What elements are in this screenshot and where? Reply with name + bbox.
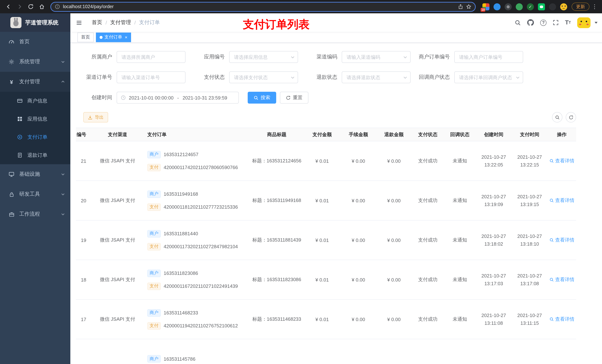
pay-status-select[interactable] [230, 72, 298, 83]
chevron-down-icon [290, 75, 295, 80]
logo-avatar [10, 17, 22, 28]
breadcrumb-item[interactable]: 首页 [92, 19, 102, 26]
avatar[interactable] [577, 17, 591, 28]
merchant-select[interactable] [117, 52, 185, 62]
sidebar-item-refund-order[interactable]: 退款订单 [0, 146, 70, 164]
sidebar-item-home[interactable]: 首页 [0, 32, 70, 52]
forward-icon[interactable] [15, 2, 24, 11]
home-icon[interactable] [37, 2, 47, 11]
extension-icon[interactable] [560, 3, 567, 10]
tab-pay-order[interactable]: 支付订单 × [96, 32, 131, 42]
app-id-select[interactable] [230, 52, 298, 62]
sidebar-item-app-info[interactable]: 应用信息 [0, 110, 70, 128]
tab-label: 支付订单 [104, 34, 122, 40]
column-header: 创建时间 [476, 128, 512, 141]
channel-code-select[interactable] [342, 52, 410, 62]
active-dot-icon [100, 36, 103, 39]
cell-status: 支付成功 [412, 141, 444, 181]
view-detail-link[interactable]: 查看详情 [549, 157, 574, 164]
cell-notify: 未通知 [444, 300, 476, 339]
github-icon[interactable] [527, 19, 534, 26]
app-logo[interactable]: 芋道管理系统 [0, 13, 70, 32]
site-info-icon[interactable] [55, 4, 60, 9]
browser-update-button[interactable]: 更新 [572, 3, 589, 11]
reload-icon[interactable] [26, 2, 35, 11]
back-icon[interactable] [4, 2, 13, 11]
fullscreen-icon[interactable] [553, 20, 559, 26]
sidebar-item-label: 支付订单 [27, 134, 47, 140]
cell-create-time: 2021-10-2713:22:05 [476, 141, 512, 181]
table-row: 17 微信 JSAPI 支付 商户1635311468233 支付4200001… [76, 300, 576, 339]
extensions-area: 10 ✓ [483, 3, 567, 10]
breadcrumb-separator: / [134, 20, 136, 26]
pay-submenu: 商户信息 应用信息 支付订单 [0, 92, 70, 164]
table-row: 20 微信 JSAPI 支付 商户1635311949168 支付4200001… [76, 181, 576, 220]
cell-status: 支付成功 [412, 181, 444, 220]
cell-id: 18 [76, 260, 91, 300]
search-button[interactable]: 搜索 [248, 92, 276, 104]
refresh-button[interactable] [566, 112, 576, 123]
font-size-icon[interactable]: TT [565, 20, 571, 26]
cell-channel: 微信 JSAPI 支付 [91, 260, 144, 300]
share-icon[interactable] [458, 4, 463, 9]
sidebar-item-pay[interactable]: ¥ 支付管理 [0, 72, 70, 92]
cell-channel: 微信 JSAPI 支付 [91, 220, 144, 260]
sidebar-item-system[interactable]: 系统管理 [0, 52, 70, 72]
view-detail-link[interactable]: 查看详情 [549, 276, 574, 283]
sidebar-item-devtools[interactable]: 研发工具 [0, 184, 70, 204]
cell-fee: ¥ 0.00 [341, 141, 376, 181]
sidebar-item-label: 首页 [19, 39, 30, 45]
toggle-search-button[interactable] [552, 112, 562, 123]
url-text[interactable]: localhost:1024/pay/order [63, 4, 455, 9]
cell-refund: ¥ 0.00 [376, 220, 412, 260]
extension-icon[interactable] [505, 3, 512, 10]
channel-order-no-input[interactable] [117, 72, 185, 83]
lock-icon [8, 191, 15, 197]
cell-id: 20 [76, 181, 91, 220]
close-icon[interactable]: × [125, 35, 127, 39]
breadcrumb-item[interactable]: 支付管理 [110, 19, 131, 26]
refund-status-select[interactable] [342, 72, 410, 83]
hamburger-icon[interactable] [76, 20, 82, 26]
cell-refund: ¥ 0.00 [376, 181, 412, 220]
sidebar-item-pay-order[interactable]: 支付订单 [0, 128, 70, 146]
yen-icon: ¥ [8, 79, 15, 84]
extension-icon[interactable] [549, 3, 556, 10]
sidebar-item-workflow[interactable]: 工作流程 [0, 204, 70, 224]
tab-home[interactable]: 首页 [77, 32, 94, 42]
sidebar-item-label: 应用信息 [27, 116, 47, 122]
tab-label: 首页 [81, 34, 90, 40]
address-bar[interactable]: localhost:1024/pay/order [50, 2, 476, 12]
extension-icon[interactable]: 10 [483, 3, 489, 10]
export-button[interactable]: 导出 [83, 112, 108, 123]
avatar-caret-icon[interactable] [595, 22, 598, 23]
cell-title: 标题：1635311823086 [250, 260, 304, 300]
table-row: 21 微信 JSAPI 支付 商户1635312124657 支付4200001… [76, 141, 576, 181]
sidebar-item-label: 商户信息 [27, 97, 47, 104]
cell-order: 商户1635311881440 支付4200001173202110272847… [144, 220, 250, 260]
view-detail-link[interactable]: 查看详情 [549, 197, 574, 204]
table-header-row: 编号 支付渠道 支付订单 商品标题 支付金额 手续金额 退款金额 支付状态 回调… [76, 128, 576, 141]
sidebar-item-infra[interactable]: 基础设施 [0, 164, 70, 184]
cell-channel: 微信 JSAPI 支付 [91, 141, 144, 181]
browser-menu-icon[interactable]: ⋮ [591, 3, 598, 10]
filter-label: 渠道订单号 [76, 74, 117, 81]
notify-status-select[interactable] [455, 72, 523, 83]
view-detail-link[interactable]: 查看详情 [549, 316, 574, 322]
pay-tag: 支付 [147, 322, 161, 329]
cell-fee: ¥ 0.00 [341, 260, 376, 300]
sidebar-item-merchant-info[interactable]: 商户信息 [0, 92, 70, 110]
create-time-range-picker[interactable]: 2021-10-01 00:00:00 - 2021-10-31 23:59:5… [117, 92, 239, 104]
view-detail-link[interactable]: 查看详情 [549, 237, 574, 243]
merchant-order-no-input[interactable] [455, 52, 523, 62]
help-icon[interactable]: ? [540, 20, 547, 26]
cell-status: 支付成功 [412, 300, 444, 339]
extension-icon[interactable] [538, 3, 545, 10]
gear-icon [8, 59, 15, 65]
reset-button[interactable]: 重置 [280, 92, 308, 104]
bookmark-star-icon[interactable] [466, 4, 471, 9]
search-icon[interactable] [515, 20, 521, 26]
extension-icon[interactable] [516, 3, 523, 10]
extension-check-icon[interactable]: ✓ [527, 3, 534, 10]
extension-icon[interactable] [494, 3, 501, 10]
